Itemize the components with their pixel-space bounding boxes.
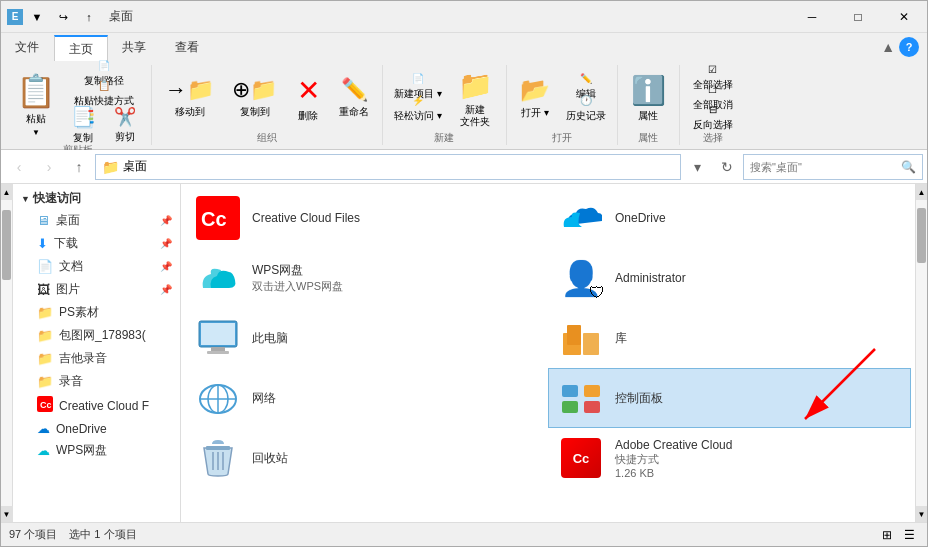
cut-label: 剪切 (115, 130, 135, 144)
cut-icon: ✂️ (114, 106, 136, 128)
paste-shortcut-button[interactable]: 📋粘贴快捷方式 (63, 85, 145, 103)
maximize-button[interactable]: □ (835, 1, 881, 33)
paste-button[interactable]: 📋 粘贴 ▼ (11, 75, 61, 133)
invert-select-button[interactable]: ⊟反向选择 (686, 109, 740, 127)
history-button[interactable]: 🕐历史记录 (561, 99, 611, 119)
cut-button[interactable]: ✂️ 剪切 (105, 107, 145, 143)
right-scroll-down[interactable]: ▼ (916, 506, 928, 522)
left-scroll-up[interactable]: ▲ (1, 184, 13, 200)
open-label: 打开 ▾ (521, 106, 549, 120)
delete-button[interactable]: ✕ 删除 (288, 69, 328, 127)
file-item-library[interactable]: 库 (548, 308, 911, 368)
sidebar-item-guitar[interactable]: 📁 吉他录音 (13, 347, 180, 370)
qat-up[interactable]: ↑ (77, 5, 101, 29)
qat-dropdown[interactable]: ▼ (25, 5, 49, 29)
sidebar-item-baotu[interactable]: 📁 包图网_178983( (13, 324, 180, 347)
sidebar-item-downloads[interactable]: ⬇ 下载 📌 (13, 232, 180, 255)
tab-home[interactable]: 主页 (54, 35, 108, 61)
ribbon-group-clipboard: 📋 粘贴 ▼ 📄复制路径 📋粘贴快捷方式 📑 复制 (5, 65, 152, 145)
forward-button[interactable]: › (35, 153, 63, 181)
file-item-creative-cloud[interactable]: Cc Creative Cloud Files (185, 188, 548, 248)
sidebar-onedrive-label: OneDrive (56, 422, 172, 436)
computer-file-icon (194, 314, 242, 362)
sidebar-baotu-label: 包图网_178983( (59, 327, 172, 344)
left-scroll-track (1, 200, 12, 506)
left-scroll-down[interactable]: ▼ (1, 506, 13, 522)
copy-to-button[interactable]: ⊕📁 复制到 (225, 69, 284, 127)
sidebar-item-onedrive[interactable]: ☁ OneDrive (13, 418, 180, 439)
file-item-administrator[interactable]: 👤 🛡 Administrator (548, 248, 911, 308)
rename-button[interactable]: ✏️ 重命名 (332, 69, 376, 127)
search-box[interactable]: 🔍 (743, 154, 923, 180)
properties-items: ℹ️ 属性 (624, 65, 673, 131)
admin-info: Administrator (615, 271, 686, 285)
move-to-button[interactable]: →📁 移动到 (158, 69, 221, 127)
copy-button[interactable]: 📑 复制 (63, 107, 103, 143)
sidebar-item-documents[interactable]: 📄 文档 📌 (13, 255, 180, 278)
properties-button[interactable]: ℹ️ 属性 (624, 69, 673, 127)
tab-share[interactable]: 共享 (108, 33, 161, 61)
qat-undo[interactable]: ↩ (51, 5, 75, 29)
svg-rect-11 (583, 333, 599, 355)
clipboard-items: 📋 粘贴 ▼ 📄复制路径 📋粘贴快捷方式 📑 复制 (11, 65, 145, 143)
minimize-button[interactable]: ─ (789, 1, 835, 33)
address-input[interactable]: 📁 桌面 (95, 154, 681, 180)
edit-button[interactable]: ✏️编辑 (561, 77, 611, 97)
sidebar-item-recording[interactable]: 📁 录音 (13, 370, 180, 393)
status-count: 97 个项目 (9, 527, 57, 542)
close-button[interactable]: ✕ (881, 1, 927, 33)
open-icon: 📂 (520, 76, 550, 104)
view-grid-button[interactable]: ⊞ (877, 525, 897, 545)
file-item-adobe-cc[interactable]: Cc Adobe Creative Cloud 快捷方式 1.26 KB (548, 428, 911, 488)
address-bar: ‹ › ↑ 📁 桌面 ▾ ↻ 🔍 (1, 150, 927, 184)
refresh-button[interactable]: ↻ (713, 153, 741, 181)
easy-access-button[interactable]: ⚡轻松访问 ▾ (389, 99, 447, 119)
sidebar-item-desktop[interactable]: 🖥 桌面 📌 (13, 209, 180, 232)
view-list-button[interactable]: ☰ (899, 525, 919, 545)
ps-folder-icon: 📁 (37, 305, 53, 320)
sidebar-downloads-label: 下载 (54, 235, 154, 252)
sidebar: ▼ 快速访问 🖥 桌面 📌 ⬇ 下载 📌 📄 文档 📌 🖼 图片 (13, 184, 181, 522)
properties-group-label: 属性 (638, 131, 658, 145)
sidebar-item-ps[interactable]: 📁 PS素材 (13, 301, 180, 324)
file-item-controlpanel[interactable]: 控制面板 (548, 368, 911, 428)
sidebar-item-pictures[interactable]: 🖼 图片 📌 (13, 278, 180, 301)
sidebar-item-wps[interactable]: ☁ WPS网盘 (13, 439, 180, 462)
ribbon-collapse-btn[interactable]: ▲ (881, 39, 895, 55)
paste-icon: 📋 (16, 72, 56, 110)
new-item-button[interactable]: 📄新建项目 ▾ (389, 77, 447, 97)
help-button[interactable]: ? (899, 37, 919, 57)
new-folder-button[interactable]: 📁 新建文件夹 (451, 69, 500, 127)
open-items: 📂 打开 ▾ ✏️编辑 🕐历史记录 (513, 65, 611, 131)
search-input[interactable] (750, 161, 901, 173)
wps-icon (194, 254, 242, 302)
window-controls: ─ □ ✕ (789, 1, 927, 33)
copyto-label: 复制到 (240, 105, 270, 119)
ribbon-tab-bar: 文件 主页 共享 查看 ▲ ? (1, 33, 927, 61)
back-button[interactable]: ‹ (5, 153, 33, 181)
title-text: 桌面 (109, 8, 133, 25)
dropdown-button[interactable]: ▾ (683, 153, 711, 181)
file-item-recycle[interactable]: 回收站 (185, 428, 548, 488)
right-scroll-up[interactable]: ▲ (916, 184, 928, 200)
network-name: 网络 (252, 390, 276, 407)
up-button[interactable]: ↑ (65, 153, 93, 181)
file-item-network[interactable]: 网络 (185, 368, 548, 428)
file-item-computer[interactable]: 此电脑 (185, 308, 548, 368)
tab-file[interactable]: 文件 (1, 33, 54, 61)
new-group-label: 新建 (434, 131, 454, 145)
open-button[interactable]: 📂 打开 ▾ (513, 69, 557, 127)
copy-icon: 📑 (71, 105, 96, 129)
sidebar-item-cc[interactable]: Cc Creative Cloud F (13, 393, 180, 418)
organize-group-label: 组织 (257, 131, 277, 145)
quick-access-header[interactable]: ▼ 快速访问 (13, 184, 180, 209)
computer-name: 此电脑 (252, 330, 288, 347)
sidebar-pictures-label: 图片 (56, 281, 154, 298)
tab-view[interactable]: 查看 (161, 33, 214, 61)
svg-rect-12 (567, 325, 581, 345)
address-location: 桌面 (123, 158, 147, 175)
file-item-wps[interactable]: WPS网盘 双击进入WPS网盘 (185, 248, 548, 308)
ribbon-group-open: 📂 打开 ▾ ✏️编辑 🕐历史记录 打开 (507, 65, 618, 145)
file-item-onedrive[interactable]: OneDrive (548, 188, 911, 248)
open-small-btns: ✏️编辑 🕐历史记录 (561, 77, 611, 119)
